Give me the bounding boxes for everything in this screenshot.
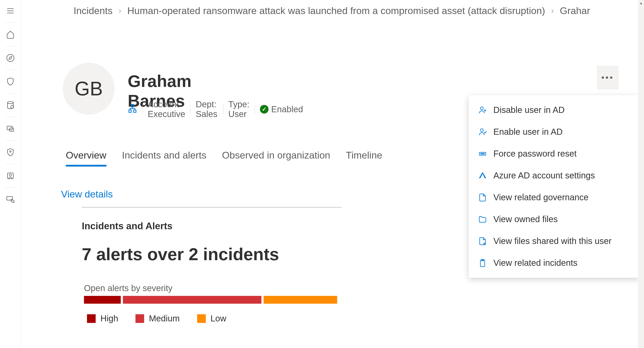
divider bbox=[5, 70, 16, 70]
scroll-up-icon[interactable]: ▴ bbox=[638, 0, 644, 6]
menu-enable-user[interactable]: Enable user in AD bbox=[469, 121, 640, 143]
menu-disable-user[interactable]: Disable user in AD bbox=[469, 99, 640, 121]
menu-view-owned-files[interactable]: View owned files bbox=[469, 208, 640, 230]
menu-force-password-reset[interactable]: Force password reset bbox=[469, 143, 640, 165]
divider bbox=[5, 46, 16, 46]
left-nav-rail bbox=[0, 0, 21, 348]
menu-label: Disable user in AD bbox=[494, 105, 564, 115]
swatch-low bbox=[197, 314, 206, 323]
tab-observed[interactable]: Observed in organization bbox=[222, 150, 330, 167]
user-actions-menu: Disable user in AD Enable user in AD For… bbox=[469, 95, 640, 278]
compass-icon[interactable] bbox=[2, 50, 18, 66]
menu-azure-ad-settings[interactable]: Azure AD account settings bbox=[469, 165, 640, 186]
user-dept: Dept: Sales bbox=[196, 99, 218, 119]
clipboard-icon bbox=[478, 258, 487, 268]
menu-label: View related incidents bbox=[494, 258, 577, 268]
chevron-right-icon: › bbox=[118, 6, 121, 15]
svg-point-16 bbox=[480, 107, 483, 110]
menu-label: View owned files bbox=[494, 214, 558, 224]
folder-icon bbox=[478, 215, 487, 224]
divider bbox=[5, 93, 16, 93]
breadcrumb-incidents[interactable]: Incidents bbox=[74, 5, 112, 16]
tab-overview[interactable]: Overview bbox=[66, 150, 106, 167]
menu-view-related-incidents[interactable]: View related incidents bbox=[469, 252, 640, 274]
severity-legend: High Medium Low bbox=[87, 314, 226, 323]
shield-icon[interactable] bbox=[2, 74, 18, 89]
home-icon[interactable] bbox=[2, 26, 18, 42]
legend-low-label: Low bbox=[210, 314, 226, 323]
person-icon bbox=[478, 105, 487, 115]
user-type: Type: User bbox=[228, 99, 250, 119]
eye-shield-icon[interactable] bbox=[2, 144, 18, 160]
legend-low: Low bbox=[197, 314, 226, 323]
severity-label: Open alerts by severity bbox=[84, 283, 172, 293]
database-icon[interactable] bbox=[2, 97, 18, 113]
check-circle-icon: ✓ bbox=[260, 105, 268, 114]
divider bbox=[5, 22, 16, 23]
divider bbox=[5, 164, 16, 164]
tabs: Overview Incidents and alerts Observed i… bbox=[66, 150, 382, 167]
status-text: Enabled bbox=[271, 104, 303, 114]
chevron-right-icon: › bbox=[551, 6, 554, 15]
password-icon bbox=[478, 149, 487, 159]
user-role: Account Executive bbox=[148, 99, 185, 119]
legend-high-label: High bbox=[100, 314, 118, 323]
status-badge: ✓ Enabled bbox=[260, 104, 303, 114]
menu-view-shared-files[interactable]: View files shared with this user bbox=[469, 230, 640, 252]
svg-point-21 bbox=[484, 153, 484, 154]
svg-rect-13 bbox=[131, 104, 134, 107]
svg-point-3 bbox=[7, 54, 14, 61]
more-actions-button[interactable]: ••• bbox=[597, 66, 618, 89]
document-icon bbox=[478, 193, 487, 202]
severity-segment-medium bbox=[123, 296, 262, 304]
svg-point-11 bbox=[9, 174, 12, 176]
menu-label: Force password reset bbox=[494, 149, 577, 159]
legend-medium: Medium bbox=[136, 314, 180, 323]
severity-segment-high bbox=[84, 296, 121, 304]
svg-rect-15 bbox=[134, 110, 136, 112]
svg-point-20 bbox=[482, 153, 483, 154]
alerts-stat: 7 alerts over 2 incidents bbox=[82, 244, 279, 264]
svg-point-5 bbox=[7, 101, 13, 104]
azure-ad-icon bbox=[478, 171, 487, 180]
menu-label: View related governance bbox=[494, 193, 588, 202]
person-icon bbox=[478, 127, 487, 137]
svg-point-9 bbox=[10, 151, 11, 152]
devices-icon[interactable] bbox=[2, 121, 18, 136]
svg-point-22 bbox=[484, 243, 485, 244]
divider bbox=[82, 207, 342, 207]
menu-label: View files shared with this user bbox=[494, 236, 612, 246]
user-meta-row: Account Executive Dept: Sales Type: User… bbox=[128, 99, 303, 119]
breadcrumb: Incidents › Human-operated ransomware at… bbox=[74, 5, 590, 16]
separator bbox=[190, 104, 191, 114]
tab-timeline[interactable]: Timeline bbox=[346, 150, 382, 167]
svg-point-19 bbox=[480, 153, 482, 154]
separator bbox=[255, 104, 255, 114]
svg-rect-14 bbox=[129, 110, 131, 112]
breadcrumb-user[interactable]: Grahar bbox=[560, 5, 590, 16]
view-details-link[interactable]: View details bbox=[61, 189, 113, 200]
swatch-high bbox=[87, 314, 96, 323]
tab-incidents-alerts[interactable]: Incidents and alerts bbox=[122, 150, 206, 167]
document-share-icon bbox=[478, 236, 487, 246]
svg-marker-4 bbox=[9, 56, 12, 59]
endpoint-icon[interactable] bbox=[2, 192, 18, 207]
severity-bar-chart bbox=[84, 296, 337, 304]
menu-label: Enable user in AD bbox=[494, 127, 563, 137]
breadcrumb-incident-name[interactable]: Human-operated ransomware attack was lau… bbox=[127, 5, 545, 16]
legend-medium-label: Medium bbox=[149, 314, 180, 323]
vertical-scrollbar[interactable]: ▴ bbox=[638, 0, 644, 348]
menu-label: Azure AD account settings bbox=[494, 171, 595, 180]
menu-view-governance[interactable]: View related governance bbox=[469, 186, 640, 208]
separator bbox=[223, 104, 223, 114]
card-title: Incidents and Alerts bbox=[82, 221, 172, 231]
legend-high: High bbox=[87, 314, 118, 323]
severity-segment-low bbox=[264, 296, 337, 304]
avatar: GB bbox=[63, 63, 115, 115]
identity-icon[interactable] bbox=[2, 168, 18, 184]
swatch-medium bbox=[136, 314, 144, 323]
svg-point-17 bbox=[480, 129, 483, 131]
divider bbox=[5, 140, 16, 141]
hamburger-menu-icon[interactable] bbox=[2, 3, 18, 18]
org-chart-icon bbox=[128, 104, 137, 115]
